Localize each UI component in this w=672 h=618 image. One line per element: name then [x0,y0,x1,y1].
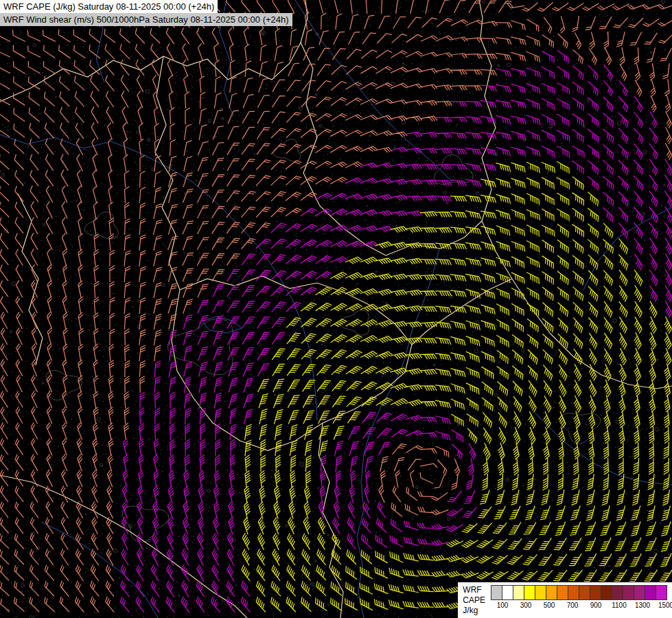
legend-color-cell [568,585,579,600]
legend-units-label: J/kg [463,606,485,616]
legend-color-cell [502,585,513,600]
legend-color-cell [513,585,524,600]
legend-color-cell [601,585,612,600]
legend-color-cell [491,585,502,600]
legend-color-cell [623,585,634,600]
legend-variable-label: CAPE [463,595,485,606]
legend-labels: WRF CAPE J/kg [463,585,485,616]
legend-tick-label: 100 [497,602,509,609]
legend-color-cell [535,585,546,600]
legend-color-cell [612,585,623,600]
legend-tick-label: 1300 [635,602,650,609]
legend-tick-label: 700 [567,602,579,609]
legend-tick-label: 1100 [612,602,627,609]
legend-color-cell [634,585,645,600]
legend-tick-label: 500 [544,602,555,609]
legend-tick-label: 1500 [658,602,672,609]
legend-color-cell [590,585,601,600]
legend-color-cell [645,585,656,600]
legend-color-cell [524,585,535,600]
map-title-cape: WRF CAPE (J/kg) Saturday 08-11-2025 00:0… [0,0,218,13]
legend-color-cell [579,585,590,600]
legend-tick-labels: 100300500700900110013001500 [491,600,667,610]
legend-color-cell [656,585,667,600]
cape-legend: WRF CAPE J/kg 10030050070090011001300150… [458,582,672,618]
legend-colorbar [491,585,667,600]
legend-tick-label: 900 [590,602,602,609]
wind-barb-map-canvas [0,0,672,618]
map-title-wind-shear: WRF Wind shear (m/s) 500/1000hPa Saturda… [0,13,292,26]
legend-tick-label: 300 [520,602,532,609]
legend-model-label: WRF [463,585,485,595]
legend-scale: 100300500700900110013001500 [491,585,667,610]
weather-map: WRF CAPE (J/kg) Saturday 08-11-2025 00:0… [0,0,672,618]
legend-color-cell [546,585,557,600]
legend-color-cell [557,585,568,600]
